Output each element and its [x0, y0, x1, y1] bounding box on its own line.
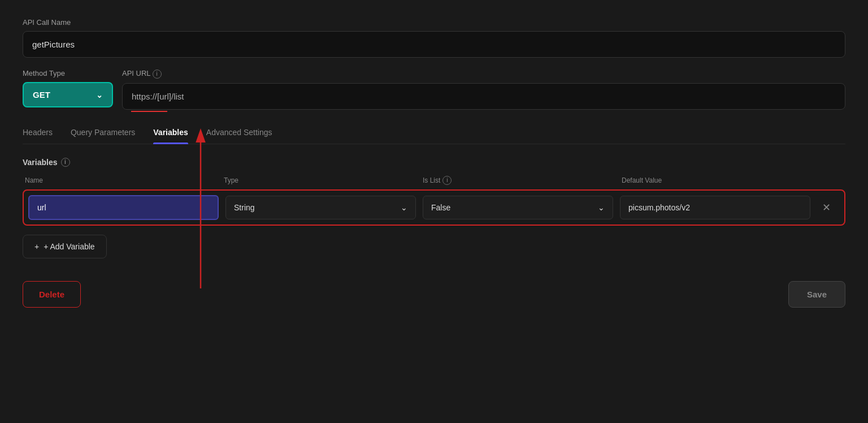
save-button[interactable]: Save	[788, 281, 845, 308]
variables-section: Variables i Name Type Is List i Default …	[23, 158, 845, 258]
method-type-value: GET	[33, 90, 50, 100]
api-url-input[interactable]	[122, 83, 845, 110]
col-default-header: Default Value	[622, 176, 814, 185]
plus-icon: +	[34, 242, 39, 251]
col-type-header: Type	[224, 176, 416, 185]
variable-name-input[interactable]	[28, 195, 219, 220]
variables-info-icon[interactable]: i	[61, 158, 70, 167]
method-type-section: Method Type GET ⌄	[23, 69, 113, 107]
variable-default-value-input[interactable]	[620, 196, 810, 219]
api-call-name-label: API Call Name	[23, 18, 845, 27]
variable-type-select[interactable]: String ⌄	[225, 196, 416, 219]
add-variable-button[interactable]: + + Add Variable	[23, 235, 107, 258]
api-call-name-section: API Call Name	[23, 18, 845, 58]
chevron-down-icon: ⌄	[96, 90, 103, 100]
variable-islist-select[interactable]: False ⌄	[423, 196, 613, 219]
method-type-dropdown[interactable]: GET ⌄	[23, 82, 113, 107]
tab-query-parameters[interactable]: Query Parameters	[71, 128, 135, 144]
col-name-header: Name	[25, 176, 217, 185]
tab-variables[interactable]: Variables	[153, 128, 188, 144]
api-call-name-input[interactable]	[23, 31, 845, 58]
bottom-actions: Delete Save	[23, 281, 845, 319]
variable-remove-button[interactable]: ✕	[817, 198, 835, 217]
type-chevron-icon: ⌄	[401, 203, 407, 212]
variable-row: String ⌄ False ⌄ ✕	[23, 189, 845, 226]
api-url-info-icon[interactable]: i	[153, 70, 162, 79]
delete-button[interactable]: Delete	[23, 281, 81, 308]
tab-headers[interactable]: Headers	[23, 128, 53, 144]
method-type-label: Method Type	[23, 69, 113, 77]
col-islist-header: Is List i	[423, 176, 615, 185]
tab-advanced-settings[interactable]: Advanced Settings	[206, 128, 272, 144]
method-url-row: Method Type GET ⌄ API URL i	[23, 69, 845, 112]
api-url-label: API URL i	[122, 69, 845, 79]
is-list-info-icon[interactable]: i	[442, 176, 452, 185]
tabs-nav: Headers Query Parameters Variables Advan…	[23, 128, 845, 144]
variables-section-label: Variables i	[23, 158, 845, 167]
variables-table-header: Name Type Is List i Default Value	[23, 176, 845, 185]
api-url-section: API URL i	[122, 69, 845, 112]
islist-chevron-icon: ⌄	[598, 203, 605, 212]
url-underline-decoration	[131, 111, 167, 112]
